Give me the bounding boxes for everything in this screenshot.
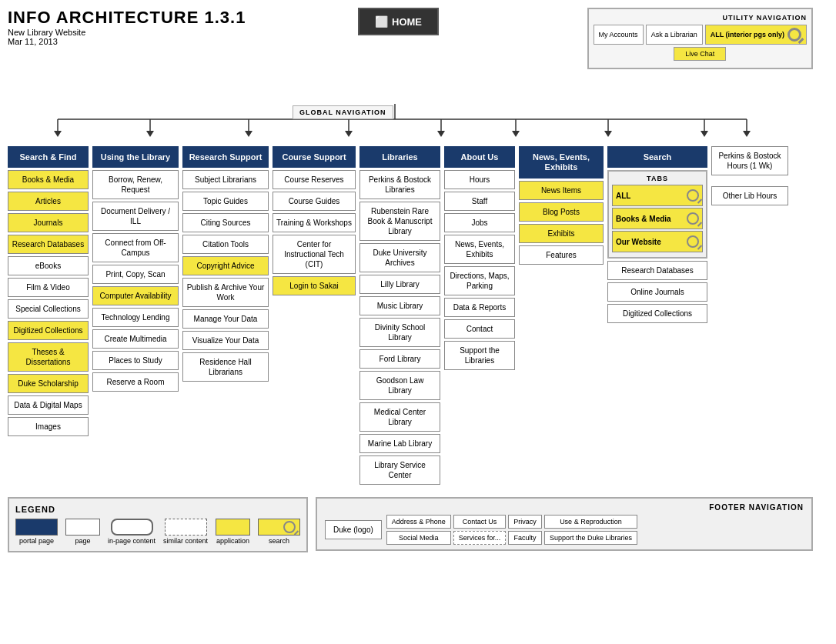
footer-btn-grid: Address & Phone Contact Us Privacy Use &…: [386, 515, 637, 545]
tab-books-media[interactable]: Books & Media: [612, 208, 703, 229]
research-databases-search-item[interactable]: Research Databases: [607, 261, 707, 280]
citation-tools-item[interactable]: Citation Tools: [182, 235, 269, 254]
special-collections-item[interactable]: Special Collections: [8, 299, 89, 319]
cit-item[interactable]: Center for Instructional Tech (CIT): [273, 235, 356, 274]
citing-sources-item[interactable]: Citing Sources: [182, 213, 269, 232]
connect-offcampus-item[interactable]: Connect from Off-Campus: [92, 233, 179, 262]
places-study-item[interactable]: Places to Study: [92, 351, 179, 370]
articles-item[interactable]: Articles: [8, 192, 89, 211]
nav-search[interactable]: Search: [607, 146, 707, 168]
support-libraries-item[interactable]: Support the Libraries: [444, 341, 515, 370]
residence-hall-librarians-item[interactable]: Residence Hall Librarians: [182, 352, 269, 382]
data-reports-item[interactable]: Data & Reports: [444, 298, 515, 317]
digitized-collections-item[interactable]: Digitized Collections: [8, 321, 89, 340]
nav-research-support[interactable]: Research Support: [182, 146, 269, 168]
computer-availability-item[interactable]: Computer Availability: [92, 286, 179, 305]
technology-lending-item[interactable]: Technology Lending: [92, 308, 179, 327]
legend-swatch-similar: [165, 519, 207, 536]
legend-label-similar: similar content: [163, 537, 208, 545]
main-columns-area: Search & Find Books & Media Articles Jou…: [8, 146, 813, 485]
images-item[interactable]: Images: [8, 417, 89, 436]
visualize-data-item[interactable]: Visualize Your Data: [182, 331, 269, 350]
svg-marker-7: [245, 131, 252, 137]
features-item[interactable]: Features: [519, 245, 604, 265]
legend-swatch-portal: [15, 519, 58, 536]
publish-archive-item[interactable]: Publish & Archive Your Work: [182, 278, 269, 307]
footer-support-duke[interactable]: Support the Duke Libraries: [544, 531, 637, 545]
tab-all[interactable]: ALL: [612, 185, 703, 206]
music-library-item[interactable]: Music Library: [359, 296, 440, 315]
blog-posts-item[interactable]: Blog Posts: [519, 202, 604, 222]
news-events-item[interactable]: News, Events, Exhibits: [444, 235, 515, 264]
ebooks-item[interactable]: eBooks: [8, 256, 89, 275]
nav-libraries[interactable]: Libraries: [359, 146, 440, 168]
live-chat-button[interactable]: Live Chat: [674, 47, 726, 61]
connector-area: GLOBAL NAVIGATION: [8, 104, 813, 146]
film-video-item[interactable]: Film & Video: [8, 278, 89, 297]
tab-our-website[interactable]: Our Website: [612, 231, 703, 252]
login-sakai-item[interactable]: Login to Sakai: [273, 276, 356, 295]
document-delivery-item[interactable]: Document Delivery / ILL: [92, 202, 179, 231]
footer-social-media[interactable]: Social Media: [386, 531, 451, 545]
medical-center-library-item[interactable]: Medical Center Library: [359, 402, 440, 432]
duke-archives-item[interactable]: Duke University Archives: [359, 243, 440, 272]
legend-title: LEGEND: [15, 505, 300, 514]
news-items-item[interactable]: News Items: [519, 181, 604, 200]
perkins-hours-box[interactable]: Perkins & Bostock Hours (1 Wk): [711, 146, 788, 175]
perkins-bostock-item[interactable]: Perkins & Bostock Libraries: [359, 170, 440, 199]
legend-portal-page: portal page: [15, 519, 58, 545]
exhibits-item[interactable]: Exhibits: [519, 224, 604, 243]
subject-librarians-item[interactable]: Subject Librarians: [182, 170, 269, 189]
nav-using-library[interactable]: Using the Library: [92, 146, 179, 168]
divinity-library-item[interactable]: Divinity School Library: [359, 318, 440, 347]
training-workshops-item[interactable]: Training & Workshops: [273, 213, 356, 232]
library-service-center-item[interactable]: Library Service Center: [359, 455, 440, 485]
footer-address-phone[interactable]: Address & Phone: [386, 515, 451, 529]
marine-lab-item[interactable]: Marine Lab Library: [359, 434, 440, 453]
home-button[interactable]: ⬜ HOME: [358, 8, 439, 35]
my-accounts-button[interactable]: My Accounts: [594, 25, 644, 45]
nav-about-us[interactable]: About Us: [444, 146, 515, 168]
nav-course-support[interactable]: Course Support: [273, 146, 356, 168]
goodson-law-item[interactable]: Goodson Law Library: [359, 371, 440, 400]
online-journals-item[interactable]: Online Journals: [607, 282, 707, 302]
legend-label-search: search: [269, 537, 289, 545]
legend-search: search: [258, 519, 300, 545]
topic-guides-item[interactable]: Topic Guides: [182, 192, 269, 211]
search-all-button[interactable]: ALL (interior pgs only): [705, 25, 807, 45]
theses-dissertations-item[interactable]: Theses & Dissertations: [8, 342, 89, 372]
hours-item[interactable]: Hours: [444, 170, 515, 189]
other-lib-hours-box[interactable]: Other Lib Hours: [711, 186, 788, 205]
rubenstein-item[interactable]: Rubenstein Rare Book & Manuscript Librar…: [359, 202, 440, 241]
print-copy-scan-item[interactable]: Print, Copy, Scan: [92, 265, 179, 284]
lilly-library-item[interactable]: Lilly Library: [359, 275, 440, 294]
nav-search-find[interactable]: Search & Find: [8, 146, 89, 168]
digitized-collections-search-item[interactable]: Digitized Collections: [607, 304, 707, 323]
contact-item[interactable]: Contact: [444, 319, 515, 339]
ford-library-item[interactable]: Ford Library: [359, 349, 440, 369]
footer-privacy[interactable]: Privacy: [508, 515, 542, 529]
footer-contact-us[interactable]: Contact Us: [453, 515, 507, 529]
journals-item[interactable]: Journals: [8, 213, 89, 232]
copyright-advice-item[interactable]: Copyright Advice: [182, 256, 269, 275]
staff-item[interactable]: Staff: [444, 192, 515, 211]
footer-use-reproduction[interactable]: Use & Reproduction: [544, 515, 637, 529]
ask-librarian-button[interactable]: Ask a Librarian: [646, 25, 703, 45]
data-digital-maps-item[interactable]: Data & Digital Maps: [8, 395, 89, 415]
duke-scholarship-item[interactable]: Duke Scholarship: [8, 374, 89, 393]
footer-faculty[interactable]: Faculty: [508, 531, 542, 545]
legend-label-app: application: [216, 537, 249, 545]
books-media-item[interactable]: Books & Media: [8, 170, 89, 189]
course-guides-item[interactable]: Course Guides: [273, 192, 356, 211]
legend-swatch-inpage: [111, 519, 153, 536]
directions-maps-item[interactable]: Directions, Maps, Parking: [444, 266, 515, 295]
jobs-item[interactable]: Jobs: [444, 213, 515, 232]
course-reserves-item[interactable]: Course Reserves: [273, 170, 356, 189]
reserve-room-item[interactable]: Reserve a Room: [92, 372, 179, 392]
research-databases-item[interactable]: Research Databases: [8, 235, 89, 254]
manage-data-item[interactable]: Manage Your Data: [182, 309, 269, 329]
legend-swatch-search: [258, 519, 300, 536]
nav-news-events[interactable]: News, Events, Exhibits: [519, 146, 604, 179]
borrow-renew-item[interactable]: Borrow, Renew, Request: [92, 170, 179, 199]
create-multimedia-item[interactable]: Create Multimedia: [92, 329, 179, 349]
